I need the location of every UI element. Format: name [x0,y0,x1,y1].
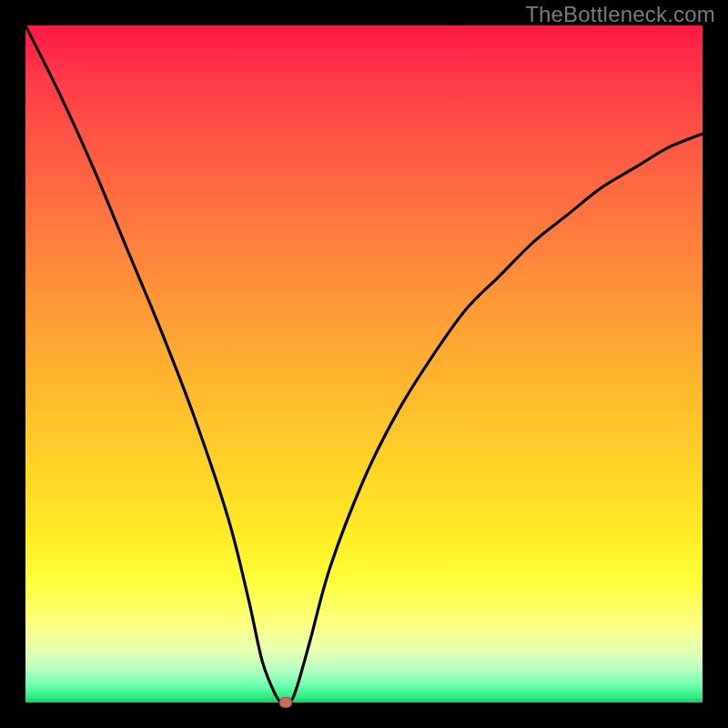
watermark-text: TheBottleneck.com [525,2,715,27]
minimum-marker [279,697,292,708]
bottleneck-curve [25,25,703,703]
plot-area [25,25,703,703]
chart-frame: TheBottleneck.com [0,0,728,728]
